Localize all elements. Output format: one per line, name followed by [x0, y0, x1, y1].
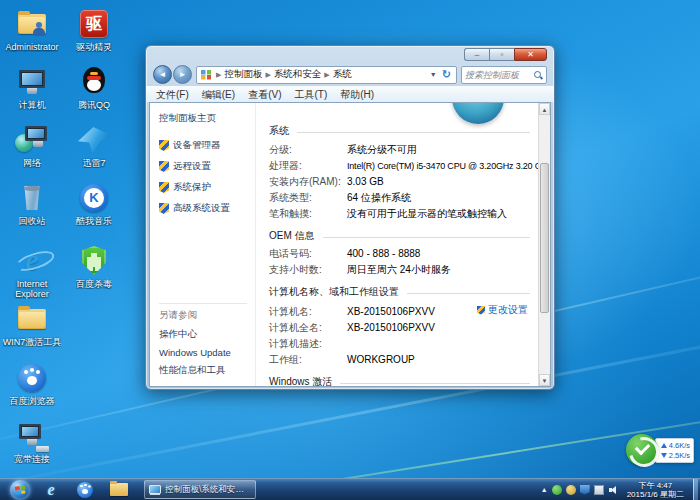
row-computer-description: 计算机描述:	[269, 336, 538, 352]
icon-label: 百度杀毒	[76, 279, 112, 289]
breadcrumb-separator: ▶	[213, 71, 224, 79]
desktop-icon-network[interactable]: 网络	[0, 124, 64, 168]
forward-button[interactable]: ►	[173, 65, 192, 84]
uac-shield-icon	[159, 161, 169, 172]
rating-link[interactable]: 系统分级不可用	[347, 142, 417, 158]
uac-shield-icon	[477, 306, 485, 315]
menu-view[interactable]: 查看(V)	[248, 88, 281, 102]
system-window: – ▫ ✕ ◄ ► ▶ 控制面板 ▶ 系统和安全 ▶ 系统 ▼ ↻	[145, 45, 555, 390]
menu-help[interactable]: 帮助(H)	[340, 88, 374, 102]
address-bar[interactable]: ▶ 控制面板 ▶ 系统和安全 ▶ 系统 ▼ ↻	[196, 66, 457, 84]
scrollbar-thumb[interactable]	[540, 163, 549, 313]
sidebar-item-advanced-settings[interactable]: 高级系统设置	[159, 202, 255, 215]
close-button[interactable]: ✕	[514, 48, 547, 61]
net-speed-widget[interactable]: 4.6K/s 2.5K/s	[626, 434, 694, 466]
icon-label: 回收站	[19, 216, 46, 226]
menu-file[interactable]: 文件(F)	[156, 88, 189, 102]
desktop-icon-administrator[interactable]: Administrator	[0, 8, 64, 52]
folder-icon	[15, 303, 49, 335]
back-button[interactable]: ◄	[153, 65, 172, 84]
tray-volume-icon[interactable]	[608, 485, 618, 495]
computer-icon	[15, 66, 49, 98]
row-support-hours: 支持小时数: 周日至周六 24小时服务	[269, 262, 538, 278]
window-titlebar[interactable]: – ▫ ✕	[146, 46, 554, 63]
search-input[interactable]	[465, 70, 533, 80]
antivirus-shield-icon	[77, 245, 111, 277]
taskbar: e 控制面板\系统和安全\系统 ▲ 下午 4:47 2015/1/6 星期二	[0, 478, 700, 500]
sidebar-item-system-protection[interactable]: 系统保护	[159, 181, 255, 194]
menu-bar: 文件(F) 编辑(E) 查看(V) 工具(T) 帮助(H)	[146, 86, 554, 102]
start-button[interactable]	[10, 480, 30, 500]
baidu-browser-icon	[15, 362, 49, 394]
sidebar-item-windows-update[interactable]: Windows Update	[159, 347, 247, 358]
tray-network-icon[interactable]	[594, 485, 604, 495]
menu-edit[interactable]: 编辑(E)	[202, 88, 235, 102]
desktop-icon-baidu-browser[interactable]: 百度浏览器	[0, 362, 64, 406]
icon-label: 驱动精灵	[76, 42, 112, 52]
uac-shield-icon	[159, 203, 169, 214]
desktop-icon-internet-explorer[interactable]: e Internet Explorer	[0, 245, 64, 299]
desktop-icon-driver-genius[interactable]: 驱 驱动精灵	[62, 8, 126, 52]
tray-shield-icon[interactable]	[580, 485, 590, 495]
row-processor: 处理器: Intel(R) Core(TM) i5-3470 CPU @ 3.2…	[269, 158, 538, 174]
taskbar-baidu-browser-icon[interactable]	[72, 480, 98, 500]
desktop-icon-xunlei[interactable]: 迅雷7	[62, 124, 126, 168]
network-icon	[15, 124, 49, 156]
search-box[interactable]	[461, 66, 547, 84]
sidebar-item-performance-tools[interactable]: 性能信息和工具	[159, 364, 247, 377]
scroll-down-icon[interactable]: ▼	[539, 374, 550, 386]
minimize-button[interactable]: –	[464, 48, 489, 61]
taskbar-clock[interactable]: 下午 4:47 2015/1/6 星期二	[622, 481, 689, 499]
desktop-icon-qq[interactable]: 腾讯QQ	[62, 66, 126, 110]
sidebar-item-device-manager[interactable]: 设备管理器	[159, 139, 255, 152]
sidebar: 控制面板主页 设备管理器 远程设置 系统保护 高级系统设置	[150, 103, 256, 386]
show-desktop-button[interactable]	[693, 479, 698, 500]
system-window-icon	[149, 485, 161, 494]
kuwo-music-icon	[77, 182, 111, 214]
sidebar-item-label: 远程设置	[173, 160, 211, 173]
row-phone: 电话号码: 400 - 888 - 8888	[269, 246, 538, 262]
section-header-oem: OEM 信息	[269, 229, 538, 243]
down-arrow-icon	[661, 453, 667, 458]
icon-label: 腾讯QQ	[78, 100, 110, 110]
sidebar-item-control-panel-home[interactable]: 控制面板主页	[159, 112, 255, 125]
system-tray: ▲ 下午 4:47 2015/1/6 星期二	[541, 479, 700, 500]
icon-label: 宽带连接	[14, 454, 50, 464]
desktop-icon-broadband[interactable]: 宽带连接	[0, 420, 64, 464]
row-computer-name: 计算机名: XB-20150106PXVV 更改设置	[269, 302, 538, 320]
address-dropdown-icon[interactable]: ▼	[427, 71, 440, 78]
menu-tools[interactable]: 工具(T)	[294, 88, 327, 102]
change-settings-link[interactable]: 更改设置	[477, 302, 528, 318]
tray-update-icon[interactable]	[566, 485, 576, 495]
desktop: Administrator 计算机 网络 回收站 e Internet Expl…	[0, 0, 700, 500]
taskbar-explorer-icon[interactable]	[106, 480, 132, 500]
sidebar-item-remote-settings[interactable]: 远程设置	[159, 160, 255, 173]
taskbar-ie-icon[interactable]: e	[38, 480, 64, 500]
vertical-scrollbar[interactable]: ▲ ▼	[538, 103, 550, 386]
icon-label: 酷我音乐	[76, 216, 112, 226]
desktop-icon-computer[interactable]: 计算机	[0, 66, 64, 110]
desktop-icon-win7-activator[interactable]: WIN7激活工具	[0, 303, 64, 347]
refresh-icon[interactable]: ↻	[440, 68, 453, 81]
sidebar-item-action-center[interactable]: 操作中心	[159, 328, 247, 341]
row-pen-touch: 笔和触摸: 没有可用于此显示器的笔或触控输入	[269, 206, 538, 222]
driver-genius-icon: 驱	[77, 8, 111, 40]
scroll-up-icon[interactable]: ▲	[539, 103, 550, 115]
breadcrumb-control-panel[interactable]: 控制面板	[224, 68, 262, 81]
breadcrumb-system-security[interactable]: 系统和安全	[274, 68, 322, 81]
desktop-icon-recycle-bin[interactable]: 回收站	[0, 182, 64, 226]
xunlei-bird-icon	[77, 124, 111, 156]
taskbar-active-window-button[interactable]: 控制面板\系统和安全\系统	[144, 480, 256, 499]
icon-label: Internet Explorer	[1, 279, 63, 299]
breadcrumb-system[interactable]: 系统	[333, 68, 352, 81]
desktop-icon-baidu-antivirus[interactable]: 百度杀毒	[62, 245, 126, 289]
tray-expand-icon[interactable]: ▲	[541, 486, 548, 493]
row-full-computer-name: 计算机全名: XB-20150106PXVV	[269, 320, 538, 336]
maximize-button[interactable]: ▫	[489, 48, 514, 61]
security-check-icon[interactable]	[626, 434, 658, 466]
windows-flag-icon	[15, 485, 26, 494]
tray-security-icon[interactable]	[552, 485, 562, 495]
desktop-icon-kuwo[interactable]: 酷我音乐	[62, 182, 126, 226]
uac-shield-icon	[159, 140, 169, 151]
ie-icon: e	[15, 245, 49, 277]
